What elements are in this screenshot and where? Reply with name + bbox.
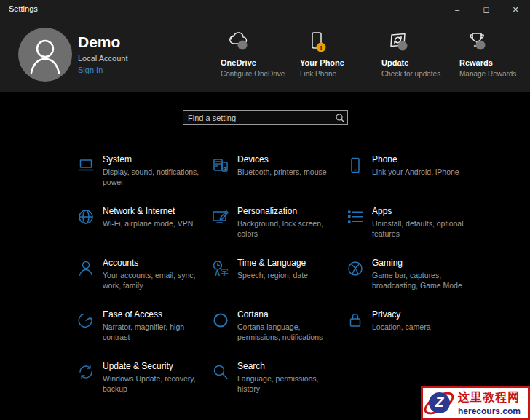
tile-title: Network & Internet <box>103 206 205 216</box>
tile-gaming[interactable]: Gaming Game bar, captures, broadcasting,… <box>346 258 480 309</box>
quick-action-rewards[interactable]: Rewards Manage Rewards <box>459 31 530 78</box>
quick-action-title: Rewards <box>459 58 530 67</box>
svg-text:!: ! <box>320 44 323 52</box>
titlebar: Settings – ◻ ✕ <box>0 0 530 19</box>
privacy-icon <box>346 311 365 330</box>
sign-in-link[interactable]: Sign In <box>78 66 103 74</box>
tile-desc: Uninstall, defaults, optional features <box>372 218 474 239</box>
devices-icon <box>211 156 230 175</box>
tile-desc: Windows Update, recovery, backup <box>103 373 205 394</box>
watermark-site-name: 这里教程网 <box>458 390 521 405</box>
window-controls: – ◻ ✕ <box>443 0 530 19</box>
network-icon <box>76 207 95 226</box>
tile-network[interactable]: Network & Internet Wi-Fi, airplane mode,… <box>76 206 211 258</box>
search-tile-icon <box>211 362 230 381</box>
tile-title: Phone <box>372 154 474 165</box>
accounts-icon <box>76 259 95 278</box>
tile-cortana[interactable]: Cortana Cortana language, permissions, n… <box>211 309 346 361</box>
tile-desc: Bluetooth, printers, mouse <box>237 167 339 177</box>
quick-action-subtitle: Link Phone <box>300 70 381 78</box>
tile-desc: Wi-Fi, airplane mode, VPN <box>103 218 205 229</box>
user-name: Demo <box>78 33 120 51</box>
tile-title: Devices <box>237 154 339 165</box>
apps-icon <box>346 207 365 226</box>
person-icon <box>18 28 72 82</box>
update-security-icon <box>76 362 95 381</box>
tile-ease-of-access[interactable]: Ease of Access Narrator, magnifier, high… <box>76 309 211 361</box>
tile-desc: Your accounts, email, sync, work, family <box>103 270 205 290</box>
tile-accounts[interactable]: Accounts Your accounts, email, sync, wor… <box>76 258 211 309</box>
tile-desc: Display, sound, notifications, power <box>103 167 205 187</box>
watermark: Z 这里教程网 herecours.com <box>421 386 530 420</box>
tile-title: Apps <box>372 206 474 216</box>
tile-search[interactable]: Search Language, permissions, history <box>211 361 346 413</box>
tile-desc: Language, permissions, history <box>237 373 339 394</box>
ease-of-access-icon <box>76 311 95 330</box>
header: Settings – ◻ ✕ Demo Local Account Sign I… <box>0 0 530 92</box>
svg-text:A: A <box>215 269 220 277</box>
watermark-logo-icon: Z <box>424 389 455 418</box>
tile-desc: Game bar, captures, broadcasting, Game M… <box>372 270 474 290</box>
search-box <box>183 110 348 125</box>
quick-action-title: Your Phone <box>300 58 381 67</box>
close-button[interactable]: ✕ <box>501 0 530 19</box>
tile-title: System <box>103 154 205 165</box>
tile-privacy[interactable]: Privacy Location, camera <box>346 309 480 361</box>
tile-title: Personalization <box>237 206 339 216</box>
quick-action-subtitle: Check for updates <box>381 70 463 78</box>
tile-title: Search <box>237 361 339 371</box>
tile-title: Gaming <box>372 258 474 268</box>
tile-time-language[interactable]: A 字 Time & Language Speech, region, date <box>211 258 346 309</box>
search-icon[interactable] <box>333 113 347 123</box>
tile-title: Update & Security <box>103 361 205 371</box>
tile-phone[interactable]: Phone Link your Android, iPhone <box>346 154 480 206</box>
quick-action-update[interactable]: Update Check for updates <box>381 31 463 78</box>
watermark-site-url: herecours.com <box>458 406 521 416</box>
quick-action-title: OneDrive <box>221 58 302 67</box>
cortana-icon <box>211 311 230 330</box>
your-phone-icon: ! <box>300 31 381 57</box>
tile-desc: Speech, region, date <box>237 270 339 280</box>
tile-personalization[interactable]: Personalization Background, lock screen,… <box>211 206 346 258</box>
maximize-button[interactable]: ◻ <box>472 0 501 19</box>
tile-desc: Cortana language, permissions, notificat… <box>237 322 339 342</box>
tile-system[interactable]: System Display, sound, notifications, po… <box>76 154 211 206</box>
tile-devices[interactable]: Devices Bluetooth, printers, mouse <box>211 154 346 206</box>
onedrive-icon <box>221 31 302 57</box>
time-language-icon: A 字 <box>211 259 230 278</box>
tile-title: Cortana <box>237 309 339 320</box>
tile-title: Privacy <box>372 309 474 320</box>
tile-title: Time & Language <box>237 258 339 268</box>
settings-window: Settings – ◻ ✕ Demo Local Account Sign I… <box>0 0 530 420</box>
search-input[interactable] <box>183 114 333 122</box>
update-status-icon <box>381 31 463 57</box>
account-type: Local Account <box>78 54 128 63</box>
tile-apps[interactable]: Apps Uninstall, defaults, optional featu… <box>346 206 480 258</box>
minimize-button[interactable]: – <box>443 0 472 19</box>
gaming-icon <box>346 259 365 278</box>
avatar <box>18 28 72 82</box>
tile-desc: Location, camera <box>372 322 474 332</box>
tile-title: Accounts <box>103 258 205 268</box>
tile-update-security[interactable]: Update & Security Windows Update, recove… <box>76 361 211 413</box>
quick-action-subtitle: Configure OneDrive <box>221 70 302 78</box>
tile-desc: Link your Android, iPhone <box>372 167 474 177</box>
quick-action-your-phone[interactable]: ! Your Phone Link Phone <box>300 31 381 78</box>
system-icon <box>76 156 95 175</box>
rewards-icon <box>459 31 530 57</box>
window-title: Settings <box>9 4 38 13</box>
phone-icon <box>346 156 365 175</box>
logo-letter: Z <box>429 392 450 413</box>
quick-action-title: Update <box>381 58 463 67</box>
tile-title: Ease of Access <box>103 309 205 320</box>
settings-grid: System Display, sound, notifications, po… <box>76 154 491 413</box>
svg-text:字: 字 <box>221 268 229 277</box>
quick-action-onedrive[interactable]: OneDrive Configure OneDrive <box>221 31 302 78</box>
tile-desc: Narrator, magnifier, high contrast <box>103 322 205 342</box>
personalization-icon <box>211 207 230 226</box>
tile-desc: Background, lock screen, colors <box>237 218 339 239</box>
quick-action-subtitle: Manage Rewards <box>459 70 530 78</box>
